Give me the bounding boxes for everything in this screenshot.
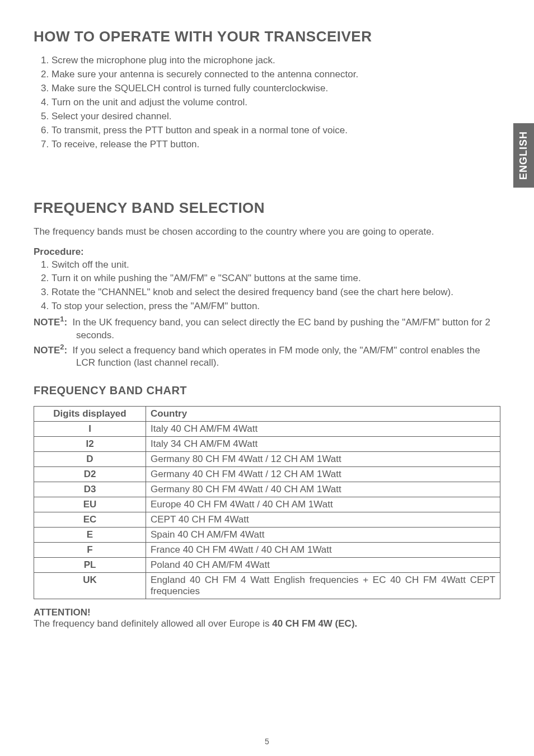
attention-bold: 40 CH FM 4W (EC). bbox=[272, 618, 357, 629]
cell-code: UK bbox=[34, 573, 146, 599]
freqsel-intro: The frequency bands must be chosen accor… bbox=[34, 226, 500, 239]
cell-code: D2 bbox=[34, 467, 146, 482]
cell-code: I bbox=[34, 422, 146, 437]
cell-code: I2 bbox=[34, 437, 146, 452]
cell-country: CEPT 40 CH FM 4Watt bbox=[146, 512, 500, 528]
freqsel-heading: FREQUENCY BAND SELECTION bbox=[34, 199, 500, 217]
procedure-label: Procedure: bbox=[34, 246, 500, 258]
cell-code: D3 bbox=[34, 482, 146, 497]
cell-country: Germany 80 CH FM 4Watt / 40 CH AM 1Watt bbox=[146, 482, 500, 497]
note1-colon: : bbox=[64, 317, 67, 328]
frequency-band-table: Digits displayed Country IItaly 40 CH AM… bbox=[34, 406, 500, 599]
list-item: Make sure your antenna is securely conne… bbox=[51, 68, 500, 81]
list-item: To transmit, press the PTT button and sp… bbox=[51, 124, 500, 137]
list-item: Turn it on while pushing the "AM/FM" e "… bbox=[51, 272, 500, 285]
language-tab: ENGLISH bbox=[513, 123, 534, 188]
list-item: Switch off the unit. bbox=[51, 259, 500, 272]
note-1: NOTE1: In the UK frequency band, you can… bbox=[34, 314, 500, 342]
operate-heading: HOW TO OPERATE WITH YOUR TRANSCEIVER bbox=[34, 28, 500, 45]
cell-country: Europe 40 CH FM 4Watt / 40 CH AM 1Watt bbox=[146, 497, 500, 512]
note1-text: In the UK frequency band, you can select… bbox=[73, 317, 490, 340]
table-row: EUEurope 40 CH FM 4Watt / 40 CH AM 1Watt bbox=[34, 497, 500, 512]
note2-label: NOTE bbox=[34, 344, 60, 355]
cell-code: E bbox=[34, 528, 146, 543]
cell-code: PL bbox=[34, 558, 146, 573]
cell-country: Poland 40 CH AM/FM 4Watt bbox=[146, 558, 500, 573]
table-row: ESpain 40 CH AM/FM 4Watt bbox=[34, 528, 500, 543]
note-2: NOTE2: If you select a frequency band wh… bbox=[34, 342, 500, 370]
cell-country: England 40 CH FM 4 Watt English frequenc… bbox=[146, 573, 500, 599]
cell-country: Germany 40 CH FM 4Watt / 12 CH AM 1Watt bbox=[146, 467, 500, 482]
header-digits: Digits displayed bbox=[34, 407, 146, 422]
table-row: D3Germany 80 CH FM 4Watt / 40 CH AM 1Wat… bbox=[34, 482, 500, 497]
list-item: To receive, release the PTT button. bbox=[51, 138, 500, 151]
list-item: Screw the microphone plug into the micro… bbox=[51, 54, 500, 67]
note2-text: If you select a frequency band which ope… bbox=[73, 344, 480, 368]
attention-prefix: The frequency band definitely allowed al… bbox=[34, 618, 272, 629]
attention-label: ATTENTION! bbox=[34, 607, 500, 618]
attention-text: The frequency band definitely allowed al… bbox=[34, 618, 500, 629]
list-item: Select your desired channel. bbox=[51, 110, 500, 123]
table-row: UKEngland 40 CH FM 4 Watt English freque… bbox=[34, 573, 500, 599]
cell-code: EU bbox=[34, 497, 146, 512]
table-header-row: Digits displayed Country bbox=[34, 407, 500, 422]
list-item: Rotate the "CHANNEL" knob and select the… bbox=[51, 286, 500, 299]
note2-colon: : bbox=[64, 344, 67, 355]
cell-code: EC bbox=[34, 512, 146, 528]
cell-country: France 40 CH FM 4Watt / 40 CH AM 1Watt bbox=[146, 543, 500, 558]
list-item: Turn on the unit and adjust the volume c… bbox=[51, 96, 500, 109]
cell-country: Italy 40 CH AM/FM 4Watt bbox=[146, 422, 500, 437]
table-row: DGermany 80 CH FM 4Watt / 12 CH AM 1Watt bbox=[34, 452, 500, 467]
table-row: I2Italy 34 CH AM/FM 4Watt bbox=[34, 437, 500, 452]
list-item: Make sure the SQUELCH control is turned … bbox=[51, 82, 500, 95]
chart-heading: FREQUENCY BAND CHART bbox=[34, 384, 500, 397]
table-row: FFrance 40 CH FM 4Watt / 40 CH AM 1Watt bbox=[34, 543, 500, 558]
procedure-steps: Switch off the unit. Turn it on while pu… bbox=[34, 259, 500, 314]
table-row: IItaly 40 CH AM/FM 4Watt bbox=[34, 422, 500, 437]
cell-country: Germany 80 CH FM 4Watt / 12 CH AM 1Watt bbox=[146, 452, 500, 467]
page-number: 5 bbox=[0, 737, 534, 746]
header-country: Country bbox=[146, 407, 500, 422]
cell-country: Spain 40 CH AM/FM 4Watt bbox=[146, 528, 500, 543]
note1-label: NOTE bbox=[34, 317, 60, 328]
cell-code: D bbox=[34, 452, 146, 467]
list-item: To stop your selection, press the "AM/FM… bbox=[51, 300, 500, 313]
table-row: ECCEPT 40 CH FM 4Watt bbox=[34, 512, 500, 528]
operate-steps: Screw the microphone plug into the micro… bbox=[34, 54, 500, 151]
cell-country: Italy 34 CH AM/FM 4Watt bbox=[146, 437, 500, 452]
table-row: D2Germany 40 CH FM 4Watt / 12 CH AM 1Wat… bbox=[34, 467, 500, 482]
cell-code: F bbox=[34, 543, 146, 558]
table-row: PLPoland 40 CH AM/FM 4Watt bbox=[34, 558, 500, 573]
page-content: HOW TO OPERATE WITH YOUR TRANSCEIVER Scr… bbox=[0, 0, 534, 646]
